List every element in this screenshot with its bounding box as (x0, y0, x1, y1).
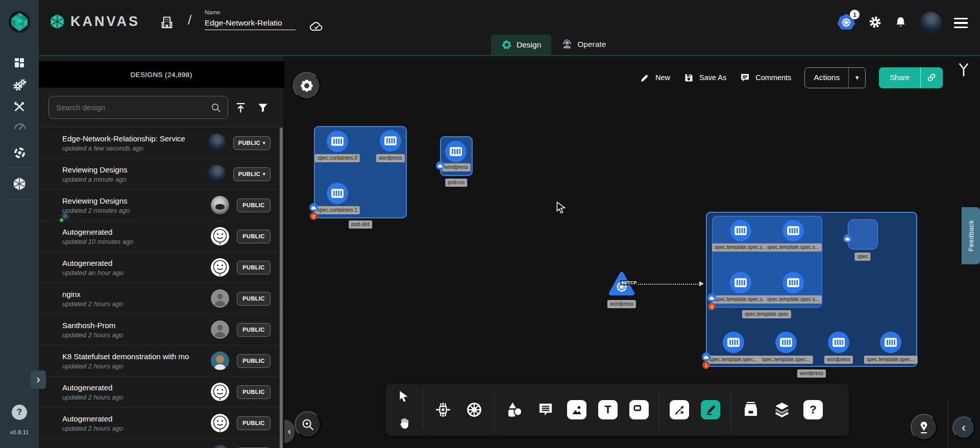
design-updated: updated 2 hours ago (62, 362, 206, 370)
search-input[interactable] (56, 103, 210, 112)
visibility-button[interactable]: PUBLIC (237, 261, 271, 275)
visibility-button[interactable]: PUBLIC (237, 323, 271, 337)
zoom-in-button[interactable] (295, 411, 321, 438)
text-tool-button[interactable]: T (595, 387, 621, 432)
container-node[interactable] (775, 332, 797, 353)
panel-dock-toggle-button[interactable] (293, 72, 321, 99)
dock-divider (659, 388, 659, 431)
visibility-button[interactable]: PUBLIC ▾ (233, 136, 271, 150)
list-item[interactable]: Santhosh-Prom updated 2 hours ago PUBLIC (39, 314, 284, 345)
save-as-button[interactable]: Save As (683, 72, 726, 83)
sidebar-item-lifecycle[interactable] (10, 77, 29, 93)
visibility-button[interactable]: PUBLIC (237, 230, 271, 243)
service-node[interactable] (608, 271, 635, 299)
actions-button[interactable]: Actions ▼ (804, 67, 866, 88)
list-item[interactable]: K8 Statefulset demonstration with mo upd… (39, 345, 284, 376)
visibility-button[interactable]: PUBLIC (237, 198, 271, 212)
notifications-button[interactable] (894, 16, 907, 31)
avatar (211, 445, 229, 448)
experimental-flask-button[interactable] (958, 62, 970, 80)
container-node[interactable] (828, 332, 849, 353)
shapes-tool-button[interactable] (501, 387, 528, 432)
kanvas-hexagon-icon (12, 177, 27, 191)
import-design-button[interactable] (232, 99, 249, 116)
actions-dropdown-toggle[interactable]: ▼ (848, 68, 865, 88)
sidebar-item-configuration[interactable] (10, 98, 29, 115)
share-button[interactable]: Share (879, 67, 943, 88)
sidebar-item-dashboard[interactable] (10, 55, 29, 71)
design-name-input[interactable] (205, 17, 296, 30)
list-item[interactable]: Reviewing Designs updated 2 minutes ago … (39, 189, 284, 220)
collaborator-avatar (60, 213, 69, 222)
group-node-template-spec[interactable] (712, 216, 822, 308)
comment-tool-button[interactable] (532, 387, 559, 432)
sidebar-item-extensions[interactable] (10, 144, 29, 161)
visibility-button[interactable]: PUBLIC (237, 416, 271, 430)
container-node[interactable] (880, 332, 901, 353)
visibility-button[interactable]: PUBLIC (237, 292, 271, 306)
visibility-button[interactable]: PUBLIC (237, 354, 271, 368)
list-item[interactable]: Autogenerated updated 2 hours ago PUBLIC (39, 376, 284, 407)
container-node[interactable] (445, 141, 467, 162)
container-node[interactable] (782, 272, 804, 293)
node-label: spec.template.spec... (707, 356, 761, 364)
freehand-draw-tool-button[interactable] (697, 387, 724, 432)
app-version: v0.8.11 (0, 429, 39, 435)
expand-sidebar-button[interactable]: › (31, 370, 46, 389)
filter-button[interactable] (254, 99, 272, 116)
sidebar-item-kanvas[interactable] (10, 176, 29, 192)
pen-mode-button[interactable] (911, 414, 937, 440)
visibility-button[interactable]: PUBLIC ▾ (233, 167, 271, 181)
help-button[interactable]: ? (12, 405, 27, 420)
new-design-button[interactable]: New (640, 72, 670, 83)
menu-button[interactable] (954, 18, 968, 29)
list-item[interactable]: Autogenerated updated 10 minutes ago PUB… (39, 220, 284, 252)
components-tool-button[interactable] (430, 387, 456, 432)
mode-tabs: Design Operate (491, 34, 616, 55)
designs-panel: DESIGNS (24,898) Edge-Network-Relationsh (39, 56, 284, 448)
container-node[interactable] (327, 131, 348, 152)
save-as-label: Save As (699, 73, 726, 82)
comments-button[interactable]: Comments (740, 72, 791, 83)
kubernetes-wheel-icon (465, 401, 483, 419)
organization-icon[interactable] (159, 14, 175, 32)
container-node[interactable] (730, 220, 751, 241)
container-node[interactable] (782, 220, 804, 241)
collapse-right-button[interactable]: ‹ (952, 416, 975, 439)
list-scrollbar[interactable] (280, 128, 283, 448)
copy-link-button[interactable] (920, 67, 943, 88)
sidebar-item-performance[interactable] (10, 118, 29, 134)
kubernetes-tool-button[interactable] (461, 387, 487, 432)
search-box (48, 96, 228, 119)
settings-button[interactable] (868, 15, 882, 31)
edge-tool-button[interactable] (666, 387, 693, 432)
list-item[interactable]: Reviewing Designs updated a minute ago P… (39, 158, 284, 189)
pan-tool-button[interactable] (391, 417, 416, 430)
user-avatar[interactable] (919, 12, 942, 34)
select-tool-button[interactable] (391, 390, 416, 403)
list-item[interactable]: Edge-Network-Relationship: Service updat… (39, 127, 284, 158)
container-node[interactable] (327, 183, 348, 204)
tab-operate[interactable]: Operate (551, 34, 616, 55)
list-item[interactable]: nginx updated 2 hours ago PUBLIC (39, 283, 284, 314)
container-node[interactable] (723, 332, 744, 353)
feedback-button[interactable]: Feedback (962, 207, 980, 264)
spec-node[interactable] (848, 219, 878, 250)
drawer-tool-button[interactable] (738, 387, 764, 432)
list-item[interactable]: Autogenerated updated an hour ago PUBLIC (39, 252, 284, 283)
collapse-panel-button[interactable]: ‹ (284, 419, 295, 443)
layers-tool-button[interactable] (769, 387, 795, 432)
list-item[interactable]: PUBLIC (39, 438, 284, 448)
meshery-logo[interactable] (8, 11, 31, 35)
question-icon: ? (803, 400, 823, 419)
container-node[interactable] (730, 272, 751, 293)
tab-design[interactable]: Design (491, 35, 551, 55)
help-tool-button[interactable]: ? (800, 387, 826, 432)
visibility-button[interactable]: PUBLIC (237, 385, 271, 399)
list-item[interactable]: Autogenerated updated 2 hours ago PUBLIC (39, 407, 284, 438)
node-label: spec.template.spec.s... (765, 243, 822, 252)
container-node[interactable] (380, 130, 401, 152)
note-tool-button[interactable] (626, 387, 652, 432)
image-tool-button[interactable] (564, 387, 590, 432)
kubernetes-context-button[interactable]: 1 (837, 13, 856, 33)
